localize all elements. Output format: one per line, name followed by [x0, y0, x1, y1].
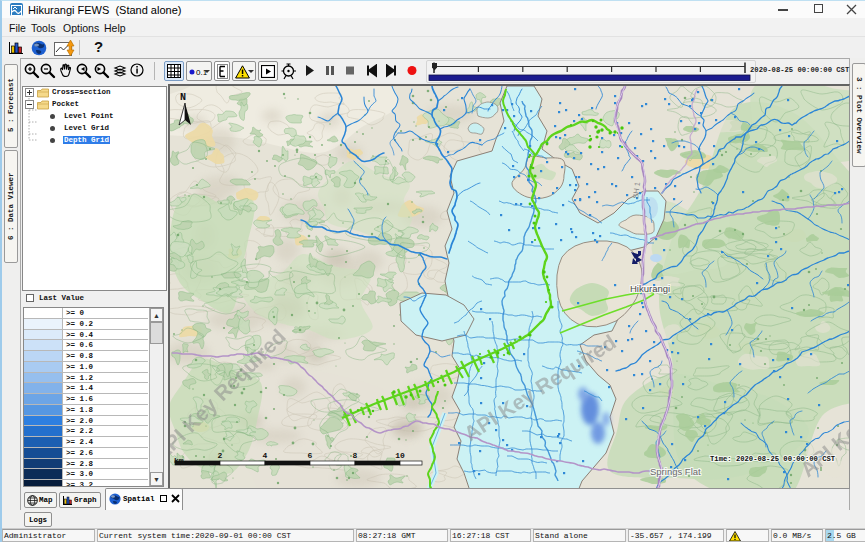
svg-text:Hikurangi: Hikurangi: [630, 283, 670, 294]
svg-text:6: 6: [308, 451, 313, 460]
svg-text:N: N: [180, 92, 186, 103]
svg-text:2: 2: [218, 451, 223, 460]
svg-text:Springs Flat: Springs Flat: [650, 466, 701, 477]
svg-text:Time: 2020-08-25 00:00:00 CST: Time: 2020-08-25 00:00:00 CST: [710, 455, 836, 463]
svg-text:4: 4: [263, 451, 268, 460]
svg-text:8: 8: [353, 451, 358, 460]
svg-text:10: 10: [395, 451, 405, 460]
